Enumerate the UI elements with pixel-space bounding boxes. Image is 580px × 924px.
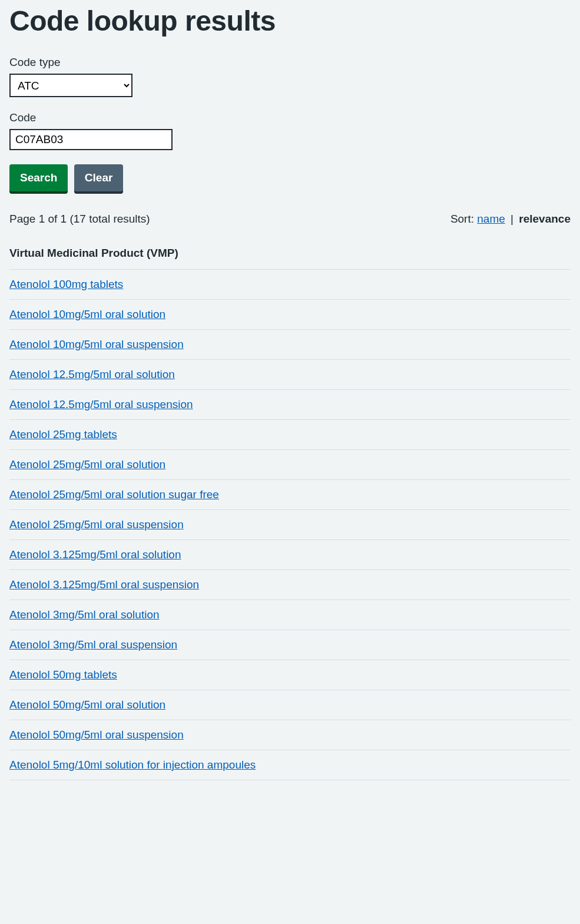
result-link[interactable]: Atenolol 25mg/5ml oral solution sugar fr… [9, 488, 219, 501]
result-item: Atenolol 25mg/5ml oral suspension [9, 510, 571, 540]
result-item: Atenolol 5mg/10ml solution for injection… [9, 750, 571, 780]
sort-by-name-link[interactable]: name [477, 213, 505, 225]
result-item: Atenolol 10mg/5ml oral suspension [9, 330, 571, 360]
search-button[interactable]: Search [9, 164, 68, 191]
result-link[interactable]: Atenolol 25mg/5ml oral solution [9, 458, 165, 471]
code-label: Code [9, 111, 571, 124]
result-item: Atenolol 3.125mg/5ml oral suspension [9, 570, 571, 600]
result-link[interactable]: Atenolol 5mg/10ml solution for injection… [9, 759, 256, 771]
result-item: Atenolol 50mg/5ml oral solution [9, 690, 571, 720]
result-link[interactable]: Atenolol 12.5mg/5ml oral solution [9, 368, 175, 380]
result-item: Atenolol 3.125mg/5ml oral solution [9, 540, 571, 570]
code-input[interactable] [9, 129, 173, 150]
code-type-select[interactable]: ATC [9, 74, 132, 97]
results-section-header: Virtual Medicinal Product (VMP) [9, 247, 571, 270]
sort-separator: | [505, 213, 519, 225]
result-link[interactable]: Atenolol 50mg/5ml oral solution [9, 698, 165, 711]
result-item: Atenolol 10mg/5ml oral solution [9, 300, 571, 330]
result-item: Atenolol 12.5mg/5ml oral suspension [9, 390, 571, 420]
result-link[interactable]: Atenolol 3mg/5ml oral suspension [9, 638, 177, 651]
result-link[interactable]: Atenolol 25mg/5ml oral suspension [9, 518, 184, 531]
result-link[interactable]: Atenolol 100mg tablets [9, 278, 123, 290]
result-link[interactable]: Atenolol 10mg/5ml oral solution [9, 308, 165, 320]
result-link[interactable]: Atenolol 50mg/5ml oral suspension [9, 728, 184, 741]
result-item: Atenolol 25mg tablets [9, 420, 571, 450]
clear-button[interactable]: Clear [74, 164, 124, 191]
result-link[interactable]: Atenolol 3.125mg/5ml oral suspension [9, 578, 199, 591]
result-item: Atenolol 12.5mg/5ml oral solution [9, 360, 571, 390]
result-link[interactable]: Atenolol 12.5mg/5ml oral suspension [9, 398, 193, 410]
pagination-text: Page 1 of 1 (17 total results) [9, 213, 150, 226]
sort-controls: Sort: name | relevance [450, 213, 571, 226]
result-link[interactable]: Atenolol 3.125mg/5ml oral solution [9, 548, 181, 561]
sort-label: Sort: [450, 213, 477, 225]
result-item: Atenolol 3mg/5ml oral solution [9, 600, 571, 630]
result-item: Atenolol 3mg/5ml oral suspension [9, 630, 571, 660]
result-link[interactable]: Atenolol 3mg/5ml oral solution [9, 608, 160, 621]
result-link[interactable]: Atenolol 10mg/5ml oral suspension [9, 338, 184, 350]
result-item: Atenolol 25mg/5ml oral solution sugar fr… [9, 480, 571, 510]
result-item: Atenolol 100mg tablets [9, 270, 571, 300]
code-type-label: Code type [9, 56, 571, 69]
result-item: Atenolol 50mg/5ml oral suspension [9, 720, 571, 750]
result-item: Atenolol 50mg tablets [9, 660, 571, 690]
result-link[interactable]: Atenolol 50mg tablets [9, 668, 117, 681]
page-title: Code lookup results [9, 0, 571, 56]
sort-by-relevance-current: relevance [519, 213, 571, 225]
result-item: Atenolol 25mg/5ml oral solution [9, 450, 571, 480]
result-link[interactable]: Atenolol 25mg tablets [9, 428, 117, 441]
results-list: Atenolol 100mg tabletsAtenolol 10mg/5ml … [9, 270, 571, 780]
